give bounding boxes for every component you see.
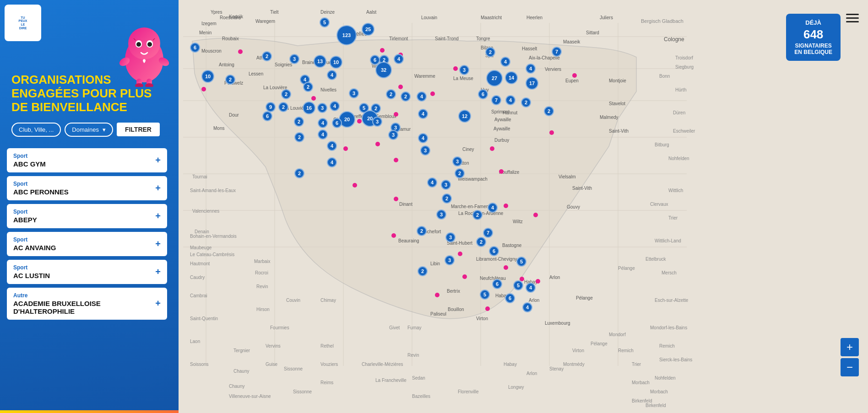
map-dot-17[interactable]	[533, 213, 538, 217]
cluster-25[interactable]: 25	[362, 23, 374, 36]
org-expand-icon[interactable]: +	[155, 267, 161, 277]
map-dot-5[interactable]	[398, 85, 403, 89]
org-expand-icon[interactable]: +	[155, 298, 161, 309]
cluster-2-17[interactable]: 2	[442, 193, 452, 204]
cluster-4-8[interactable]: 4	[330, 101, 340, 111]
cluster-5-3[interactable]: 5	[513, 280, 523, 290]
map-dot-22[interactable]	[536, 279, 540, 284]
cluster-3-12[interactable]: 3	[445, 232, 456, 242]
cluster-6-5[interactable]: 6	[332, 118, 342, 128]
cluster-12[interactable]: 12	[458, 110, 471, 123]
cluster-6-mouscron[interactable]: 6	[190, 43, 200, 53]
cluster-3-9[interactable]: 3	[452, 156, 462, 166]
map-dot-10[interactable]	[357, 119, 362, 123]
org-expand-icon[interactable]: +	[155, 183, 161, 193]
cluster-2-19[interactable]: 2	[476, 237, 486, 247]
cluster-7-3[interactable]: 7	[483, 228, 493, 238]
hamburger-menu[interactable]	[846, 14, 859, 22]
cluster-6-6[interactable]: 6	[489, 246, 499, 256]
cluster-3-10[interactable]: 3	[441, 180, 451, 190]
cluster-13[interactable]: 13	[314, 55, 326, 68]
cluster-6-7[interactable]: 6	[492, 279, 502, 289]
map-dot-7[interactable]	[201, 87, 206, 91]
cluster-5-4[interactable]: 5	[480, 290, 490, 300]
map-dot-9[interactable]	[394, 112, 398, 117]
map-dot-13[interactable]	[394, 158, 398, 162]
cluster-2-21[interactable]: 2	[418, 266, 428, 276]
club-filter-input[interactable]: Club, Ville, ...	[11, 123, 61, 137]
map-dot-23[interactable]	[435, 293, 439, 297]
cluster-6-8[interactable]: 6	[505, 293, 515, 303]
cluster-3-13[interactable]: 3	[445, 255, 455, 265]
cluster-4-10[interactable]: 4	[318, 118, 328, 128]
cluster-6-4[interactable]: 6	[262, 111, 272, 121]
map-dot-12[interactable]	[343, 146, 348, 151]
cluster-5[interactable]: 5	[320, 17, 330, 27]
map-dot-20[interactable]	[504, 265, 508, 270]
map-dot-15[interactable]	[394, 197, 398, 201]
cluster-10-2[interactable]: 10	[201, 70, 214, 83]
cluster-4-6[interactable]: 4	[417, 91, 427, 102]
cluster-2-4[interactable]: 2	[225, 75, 235, 85]
cluster-4-14[interactable]: 4	[327, 157, 337, 167]
cluster-2-6[interactable]: 2	[281, 89, 291, 99]
cluster-2-8[interactable]: 2	[401, 91, 411, 102]
cluster-4-5[interactable]: 4	[327, 70, 337, 80]
cluster-4-2[interactable]: 4	[500, 57, 510, 67]
list-item[interactable]: SportAC LUSTIN+	[7, 260, 167, 284]
zoom-in-button[interactable]: +	[841, 338, 859, 356]
cluster-32[interactable]: 32	[375, 62, 392, 78]
map-dot-28[interactable]	[572, 73, 577, 78]
cluster-2-5[interactable]: 2	[303, 82, 313, 92]
cluster-2-14[interactable]: 2	[294, 132, 304, 142]
map-dot-21[interactable]	[462, 274, 467, 279]
cluster-2-10[interactable]: 2	[544, 106, 554, 116]
cluster-4-18[interactable]: 4	[522, 302, 532, 312]
cluster-3-4[interactable]: 3	[317, 103, 327, 113]
org-expand-icon[interactable]: +	[155, 211, 161, 221]
cluster-123[interactable]: 123	[336, 25, 357, 45]
map-dot-24[interactable]	[485, 306, 490, 311]
cluster-4-1[interactable]: 4	[394, 54, 404, 64]
cluster-2-1[interactable]: 2	[262, 51, 272, 61]
map-dot-19[interactable]	[458, 252, 462, 256]
cluster-2-13[interactable]: 2	[294, 117, 304, 127]
cluster-4-17[interactable]: 4	[526, 283, 536, 293]
map-dot-1[interactable]	[238, 49, 243, 54]
cluster-4-7[interactable]: 4	[505, 95, 515, 105]
map-dot-25[interactable]	[549, 130, 554, 135]
list-item[interactable]: SportAC ANVAING+	[7, 232, 167, 256]
map-dot-4[interactable]	[453, 66, 458, 71]
logo[interactable]: TUPEUXLEDIRE	[5, 5, 41, 41]
map-dot-27[interactable]	[499, 169, 504, 174]
cluster-3-7[interactable]: 3	[388, 130, 398, 140]
cluster-4-16[interactable]: 4	[488, 203, 498, 213]
list-item[interactable]: SportABC PERONNES+	[7, 176, 167, 200]
zoom-out-button[interactable]: −	[841, 358, 859, 376]
list-item[interactable]: SportABEPY+	[7, 204, 167, 228]
cluster-4-13[interactable]: 4	[327, 141, 337, 151]
cluster-2-18[interactable]: 2	[472, 210, 483, 220]
map-dot-2[interactable]	[380, 48, 385, 53]
cluster-2-3[interactable]: 2	[485, 47, 495, 57]
cluster-2-20[interactable]: 2	[417, 226, 427, 236]
cluster-2-11[interactable]: 2	[278, 102, 288, 112]
cluster-3-5[interactable]: 3	[372, 117, 382, 127]
cluster-17[interactable]: 17	[526, 77, 538, 90]
cluster-6-3[interactable]: 6	[478, 89, 488, 99]
org-expand-icon[interactable]: +	[155, 155, 161, 166]
domains-filter-button[interactable]: Domaines ▾	[65, 123, 113, 137]
cluster-4-3[interactable]: 4	[526, 64, 536, 74]
map-dot-16[interactable]	[504, 204, 508, 208]
list-item[interactable]: SportABC GYM+	[7, 148, 167, 172]
cluster-10[interactable]: 10	[330, 56, 342, 69]
cluster-7-2[interactable]: 7	[491, 95, 501, 105]
org-expand-icon[interactable]: +	[155, 239, 161, 249]
map-dot-6[interactable]	[430, 91, 435, 96]
cluster-3-11[interactable]: 3	[436, 209, 446, 220]
map-dot-18[interactable]	[391, 233, 396, 238]
cluster-9[interactable]: 9	[266, 102, 276, 112]
cluster-2-15[interactable]: 2	[294, 168, 304, 178]
cluster-5-2[interactable]: 5	[516, 257, 526, 267]
list-item[interactable]: AutreACADEMIE BRUXELLOISE D'HALTEROPHILI…	[7, 288, 167, 320]
